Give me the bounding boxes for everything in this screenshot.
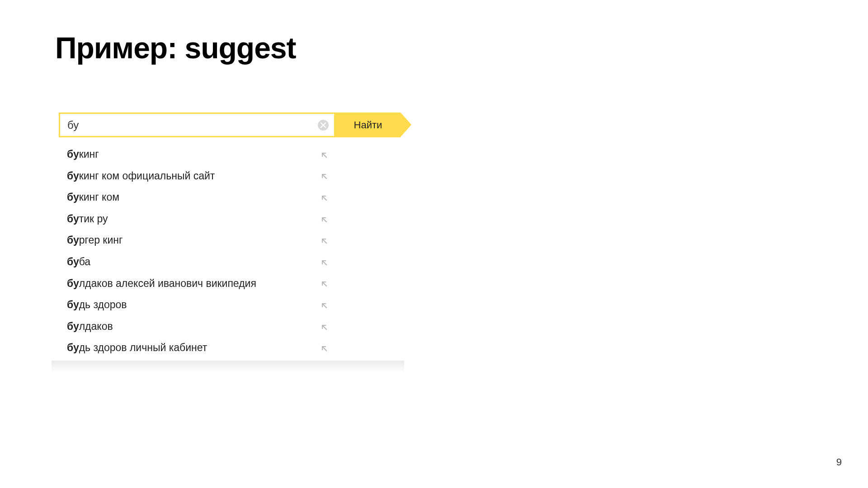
suggest-text: букинг ком официальный сайт: [67, 170, 311, 183]
arrow-up-left-icon[interactable]: [320, 193, 329, 202]
suggest-text: будь здоров: [67, 299, 311, 311]
suggest-text: бургер кинг: [67, 234, 311, 247]
search-button-label: Найти: [354, 119, 382, 131]
suggest-text: будь здоров личный кабинет: [67, 342, 311, 354]
arrow-up-left-icon[interactable]: [320, 279, 329, 288]
suggest-shadow: [52, 361, 404, 373]
clear-button[interactable]: [318, 120, 329, 131]
suggest-text: букинг ком: [67, 191, 311, 204]
page-number: 9: [836, 456, 842, 468]
arrow-up-left-icon[interactable]: [320, 258, 329, 267]
slide-title: Пример: suggest: [55, 31, 296, 65]
suggest-list: букингбукинг ком официальный сайтбукинг …: [59, 144, 335, 359]
search-input-container: [59, 113, 335, 137]
suggest-item[interactable]: булдаков: [59, 316, 335, 338]
arrow-up-left-icon[interactable]: [320, 150, 329, 159]
suggest-text: булдаков: [67, 320, 311, 333]
search-widget: Найти букингбукинг ком официальный сайтб…: [59, 113, 401, 373]
close-icon: [321, 122, 326, 128]
suggest-text: бутик ру: [67, 213, 311, 225]
suggest-text: букинг: [67, 148, 311, 161]
search-input[interactable]: [67, 119, 318, 131]
suggest-item[interactable]: букинг ком: [59, 187, 335, 208]
arrow-up-left-icon[interactable]: [320, 236, 329, 245]
suggest-text: буба: [67, 256, 311, 268]
suggest-item[interactable]: бутик ру: [59, 208, 335, 230]
arrow-up-left-icon[interactable]: [320, 300, 329, 310]
suggest-item[interactable]: буба: [59, 251, 335, 273]
arrow-up-left-icon[interactable]: [320, 171, 329, 180]
suggest-item[interactable]: букинг: [59, 144, 335, 165]
arrow-up-left-icon[interactable]: [320, 322, 329, 331]
search-bar: Найти: [59, 113, 401, 137]
search-button[interactable]: Найти: [335, 113, 401, 137]
arrow-up-left-icon[interactable]: [320, 343, 329, 352]
suggest-text: булдаков алексей иванович википедия: [67, 277, 311, 290]
arrow-up-left-icon[interactable]: [320, 215, 329, 224]
suggest-item[interactable]: будь здоров личный кабинет: [59, 337, 335, 359]
suggest-item[interactable]: булдаков алексей иванович википедия: [59, 273, 335, 295]
suggest-item[interactable]: бургер кинг: [59, 230, 335, 251]
suggest-item[interactable]: будь здоров: [59, 294, 335, 316]
suggest-item[interactable]: букинг ком официальный сайт: [59, 165, 335, 187]
